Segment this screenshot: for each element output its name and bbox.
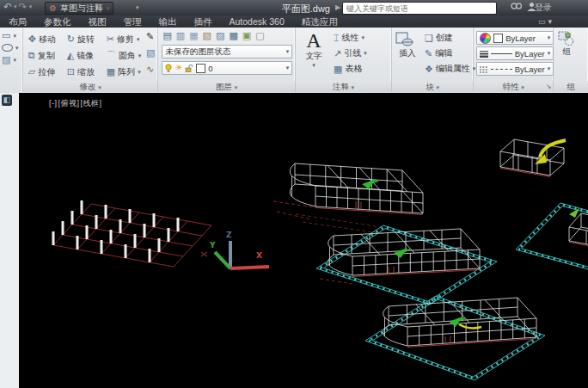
text-icon: A [301,30,327,51]
viewport-menu-control[interactable]: [-] [49,99,58,108]
scale-icon: ⊡ [67,67,75,77]
move-button[interactable]: ✥移动 [28,34,67,46]
tab-plugins[interactable]: 插件 [186,15,221,28]
floor-plate-bottom[interactable] [365,296,545,380]
viewport-style-control[interactable]: [线框] [81,99,102,108]
mirror-icon: ◭ [67,51,74,60]
room-box-right[interactable] [569,208,588,249]
signin-button[interactable]: 登录 [535,2,552,14]
layer-freeze-icon[interactable]: ▦ [189,30,198,41]
array-button[interactable]: ▦阵列▾ [107,66,150,78]
edit-block-button[interactable]: ✎编辑 [425,47,475,59]
text-tool-button[interactable]: A 文字 ▾ [301,30,327,69]
lineweight-dropdown[interactable]: ByLayer▾ [476,46,554,60]
redo-icon[interactable]: ↷ [19,1,28,13]
hatch-tool-icon[interactable]: ▨▾ [2,55,19,65]
tab-layout[interactable]: 布局 [0,15,35,28]
quick-access-toolbar: ↶▾ ↷▾ [3,1,32,13]
edit-attribute-button[interactable]: ❖编辑属性▾ [425,63,475,75]
gear-icon: ⚙ [49,3,57,13]
modify-panel-label[interactable]: 修改 ▾ [23,81,158,92]
undo-dropdown-icon[interactable]: ▾ [14,3,17,10]
stretch-button[interactable]: ▱拉伸 [28,66,67,78]
floor-plate-right[interactable] [516,203,588,275]
ribbon-minimize-controls: ▭ ▾ [538,17,552,26]
trim-button[interactable]: ✂修剪▾ [107,34,150,46]
layer-isolate-icon[interactable]: ▥ [176,30,185,41]
block-panel-label[interactable]: 块 ▾ [392,81,473,92]
linear-dimension-button[interactable]: ⌶线性▾ [334,32,367,44]
annotation-panel-label[interactable]: 注释 ▾ [296,81,391,92]
building-bottom[interactable] [383,298,536,348]
create-block-button[interactable]: ❑创建 [425,32,475,44]
tab-autodesk360[interactable]: Autodesk 360 [221,15,293,28]
layer-off-icon[interactable]: ▧ [203,30,211,41]
layer-match-icon[interactable]: ▣ [242,30,251,41]
undo-icon[interactable]: ↶ [3,1,12,13]
edit-spline-icon[interactable]: ∿ [146,64,155,75]
properties-panel-label[interactable]: 特性 ▾ ↘ [474,81,553,92]
ribbon: ▭▾ ▾ ▨▾ ✥移动 ↻旋转 ✂修剪▾ ⧉复制 ◭镜像 ⌒圆角▾ ▱拉伸 ⊡缩… [0,28,588,94]
table-button[interactable]: ▦表格 [334,63,367,75]
tab-manage[interactable]: 管理 [115,15,150,28]
mirror-button[interactable]: ◭镜像 [67,50,107,62]
annotation-panel: A 文字 ▾ ⌶线性▾ ↗引线▾ ▦表格 注释 ▾ [296,28,392,92]
layer-unlock-icon[interactable]: ▩ [229,30,237,41]
layer-properties-icon[interactable]: ▤ [162,30,171,41]
linetype-icon [480,65,488,73]
linetype-dropdown[interactable]: ByLayer▾ [476,62,554,76]
group-panel-label[interactable]: 组 [554,81,588,92]
layer-walk-icon[interactable]: ▢ [255,30,264,41]
search-input[interactable] [342,2,497,15]
floor-plate-middle[interactable] [316,225,497,305]
insert-block-button[interactable]: 插入 [395,31,420,59]
object-color-dropdown[interactable]: ByLayer▾ [476,31,554,45]
rotate-button[interactable]: ↻旋转 [67,34,107,46]
drawing-canvas[interactable]: Z Y X [19,93,588,388]
stair-arrow-yellow [540,140,566,157]
ucs-icon[interactable]: Z Y X [209,231,269,268]
workspace-flyout-icon[interactable]: ▾ [136,4,139,11]
lineweight-icon [480,50,488,58]
x-axis-label: X [256,251,262,260]
ellipse-tool-icon[interactable]: ▾ [2,44,19,52]
tab-parametric[interactable]: 参数化 [35,15,80,28]
layer-dropdown[interactable]: ☀ 0 ▾ [162,61,292,75]
ribbon-minimize-dropdown-icon[interactable]: ▾ [548,17,552,26]
building-top-center[interactable] [273,163,423,234]
room-box-top-right[interactable] [500,139,566,177]
tab-output[interactable]: 输出 [150,15,186,28]
edit-hatch-icon[interactable]: ▧ [146,47,155,59]
workspace-switcher[interactable]: ⚙ 草图与注释 ▾ [45,2,113,15]
layer-state-dropdown[interactable]: 未保存的图层状态 ▾ [162,45,292,59]
search-icon[interactable] [511,2,522,12]
viewport-view-control[interactable]: [俯视] [58,99,80,108]
ribbon-tab-bar: 布局 参数化 视图 管理 输出 插件 Autodesk 360 精选应用 [0,15,588,28]
color-swatch [493,34,503,43]
file-tab-icon[interactable]: ◧ [2,95,12,106]
scale-button[interactable]: ⊡缩放 [67,66,107,78]
left-edge-strip: ◧ [0,93,20,388]
edit-attribute-icon: ❖ [425,65,433,74]
create-block-icon: ❑ [425,34,433,43]
tab-featured-apps[interactable]: 精选应用 [293,15,346,28]
edit-polyline-icon[interactable]: ✎ [146,31,155,42]
move-icon: ✥ [28,34,36,44]
leader-button[interactable]: ↗引线▾ [334,47,367,59]
column-grid[interactable] [53,200,211,267]
group-button[interactable]: 组 [558,31,575,58]
autocad-window: ↶▾ ↷▾ ⚙ 草图与注释 ▾ ▾ 平面图.dwg ▶ 登录 布局 参数 [0,0,588,388]
rectangle-tool-icon[interactable]: ▭▾ [2,31,19,40]
title-expand-icon[interactable]: ▶ [335,3,340,11]
panel-launcher-icon[interactable]: ↘ [546,81,552,92]
redo-dropdown-icon[interactable]: ▾ [29,3,33,10]
fillet-button[interactable]: ⌒圆角▾ [107,50,150,62]
ribbon-minimize-icon[interactable]: ▭ [538,17,546,26]
tab-view[interactable]: 视图 [80,15,115,28]
model-space: Z Y X [19,93,588,388]
layer-lock-icon[interactable]: ▨ [216,30,224,41]
group-icon [558,31,575,46]
layers-panel-label[interactable]: 图层 ▾ [158,81,295,92]
layer-color-swatch [196,64,205,73]
copy-button[interactable]: ⧉复制 [28,50,67,62]
